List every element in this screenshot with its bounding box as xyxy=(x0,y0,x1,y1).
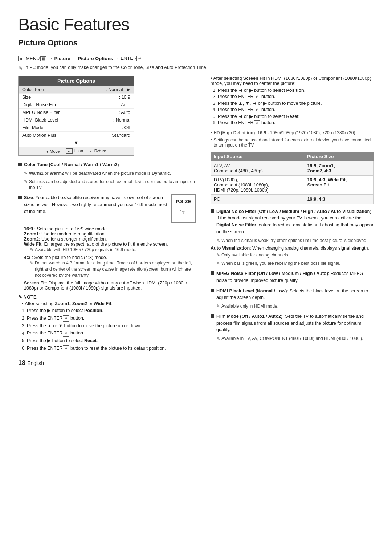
row-value: : Normal xyxy=(113,118,130,123)
mpeg-header: MPEG Noise Filter (Off / Low / Medium / … xyxy=(211,270,374,284)
color-tone-note2: ✎ Settings can be adjusted and stored fo… xyxy=(24,179,196,191)
note-intro: • After selecting Zoom1, Zoom2 or Wide F… xyxy=(22,301,196,306)
section-title: Picture Options xyxy=(18,38,374,50)
table-footer: ⬥ Move ↵ Enter ↩ Return xyxy=(19,147,134,155)
menu-picture: Picture xyxy=(54,56,70,61)
footer-enter: ↵ Enter xyxy=(66,148,83,154)
row-value: : Standard xyxy=(109,133,130,138)
menu-arrow2: → xyxy=(72,56,77,61)
note-step-6: Press the ENTER↵ button to reset the pic… xyxy=(27,345,196,352)
table-row: MPEG Noise Filter : Auto xyxy=(19,109,134,116)
hd-note: • HD (High Definition): 16:9 - 1080i/108… xyxy=(211,130,374,135)
left-column: Picture Options Color Tone : Normal ▶ Si… xyxy=(18,76,196,367)
size-43-note: ✎ Do not watch in 4:3 format for a long … xyxy=(30,260,196,278)
size-intro: P.SIZE ☜ Size: Your cable box/satellite … xyxy=(24,194,196,224)
film-header: Film Mode (Off / Auto1 / Auto2): Sets th… xyxy=(211,313,374,333)
size-section: P.SIZE ☜ Size: Your cable box/satellite … xyxy=(18,194,196,291)
note-step-1: Press the ▶ button to select Position. xyxy=(27,308,196,314)
table-row: HDMI Black Level : Normal xyxy=(19,116,134,124)
page-title: Basic Features xyxy=(18,15,374,34)
scroll-indicator: ▼ xyxy=(74,140,78,145)
sf-step-2: Press the ENTER↵ button. xyxy=(218,94,374,99)
note-pencil-icon: ✎ xyxy=(216,303,220,309)
digital-noise-section: Digital Noise Filter (Off / Low / Medium… xyxy=(211,208,374,267)
table-row: ATV, AV,Component (480i, 480p) 16:9, Zoo… xyxy=(211,161,374,175)
settings-note: • Settings can be adjusted and stored fo… xyxy=(211,137,374,148)
table-row: Auto Motion Plus : Standard xyxy=(19,132,134,139)
note-pencil-icon: ✎ xyxy=(216,260,220,267)
table-row: DTV(1080i),Component (1080i, 1080p),HDMI… xyxy=(211,175,374,194)
row-label: Auto Motion Plus xyxy=(22,133,57,138)
note-step-3: Press the ▲ or ▼ button to move the pict… xyxy=(27,323,196,329)
footer-move: ⬥ Move xyxy=(46,149,60,153)
row-label: Film Mode xyxy=(22,125,43,130)
table-row: PC 16:9, 4:3 xyxy=(211,194,374,204)
bullet-icon xyxy=(211,209,214,213)
note-block: ✎ NOTE • After selecting Zoom1, Zoom2 or… xyxy=(18,294,196,352)
menu-enter: ENTER↵ xyxy=(121,56,143,61)
row-value: : Off xyxy=(122,125,130,130)
color-tone-header-item: Color Tone (Cool / Normal / Warm1 / Warm… xyxy=(18,161,196,168)
row-value: : Normal ▶ xyxy=(106,87,130,92)
dnf-note1: ✎ When the signal is weak, try other opt… xyxy=(216,238,374,244)
row-value: : Auto xyxy=(119,110,130,115)
size-wide-fit: Wide Fit: Enlarges the aspect ratio of t… xyxy=(24,242,196,247)
row-label: Color Tone xyxy=(22,87,44,92)
row-label: Digital Noise Filter xyxy=(22,102,59,107)
size-header-item: P.SIZE ☜ Size: Your cable box/satellite … xyxy=(18,194,196,224)
source-cell: ATV, AV,Component (480i, 480p) xyxy=(211,161,304,175)
dnf-note2: ✎ Only available for analog channels. xyxy=(216,252,374,258)
sf-step-4: Press the ENTER↵ button. xyxy=(218,107,374,112)
size-43: 4:3 : Sets the picture to basic (4:3) mo… xyxy=(24,255,196,260)
note-pencil-icon: ✎ xyxy=(24,171,28,177)
size-zoom1: Zoom1: Use for moderate magnification. xyxy=(24,231,196,237)
color-tone-note1: ✎ Warm1 or Warm2 will be deactivated whe… xyxy=(24,171,196,177)
sf-step-6: Press the ENTER↵ button. xyxy=(218,120,374,126)
note-steps: Press the ▶ button to select Position. P… xyxy=(18,308,196,352)
table-row: Size : 16:9 xyxy=(19,94,134,101)
menu-options: Picture Options xyxy=(78,56,113,61)
hdmi-note: ✎ Available only in HDMI mode. xyxy=(216,303,374,309)
menu-icon: m MENU ▦ xyxy=(18,56,46,61)
page-number: 18 English xyxy=(18,359,196,367)
psize-hand-icon: ☜ xyxy=(180,205,188,219)
note-pencil-icon: ✎ xyxy=(216,252,220,258)
note-step-2: Press the ENTER↵ button. xyxy=(27,315,196,322)
table-row: Film Mode : Off xyxy=(19,124,134,132)
sf-step-1: Press the ◄ or ▶ button to select Positi… xyxy=(218,87,374,93)
table-col-size: Picture Size xyxy=(304,152,374,161)
table-row-scroll: ▼ xyxy=(19,139,134,147)
size-cell: 16:9, 4:3, Wide Fit,Screen Fit xyxy=(304,175,374,194)
bullet-dot: • xyxy=(211,137,212,143)
note-pencil-icon: ✎ xyxy=(216,336,220,342)
auto-vis: Auto Visualization: When changing analog… xyxy=(211,246,374,251)
hdmi-black-section: HDMI Black Level (Normal / Low): Selects… xyxy=(211,288,374,309)
size-zoom2: Zoom2: Use for a stronger magnification. xyxy=(24,237,196,242)
note-header: ✎ NOTE xyxy=(18,294,196,300)
mpeg-noise-section: MPEG Noise Filter (Off / Low / Medium / … xyxy=(211,270,374,284)
table-row: Color Tone : Normal ▶ xyxy=(19,86,134,94)
screen-fit-steps: Press the ◄ or ▶ button to select Positi… xyxy=(211,87,374,126)
footer-return: ↩ Return xyxy=(90,149,106,153)
note-pencil-icon: ✎ xyxy=(18,65,23,71)
sf-step-3: Press the ▲, ▼, ◄ or ▶ button to move th… xyxy=(218,100,374,106)
hdmi-header: HDMI Black Level (Normal / Low): Selects… xyxy=(211,288,374,301)
bullet-dot: • xyxy=(211,130,212,135)
sf-step-5: Press the ◄ or ▶ button to select Reset. xyxy=(218,114,374,119)
bullet-icon xyxy=(211,271,214,275)
note-pencil-icon: ✎ xyxy=(30,247,33,253)
table-row: Digital Noise Filter : Auto xyxy=(19,101,134,109)
size-cell: 16:9, Zoom1,Zoom2, 4:3 xyxy=(304,161,374,175)
dnf-header: Digital Noise Filter (Off / Low / Medium… xyxy=(211,208,374,235)
note-list: • After selecting Zoom1, Zoom2 or Wide F… xyxy=(18,301,196,306)
note-pencil-icon: ✎ xyxy=(216,238,220,244)
menu-arrow3: → xyxy=(114,56,119,61)
size-16-9: 16:9 : Sets the picture to 16:9 wide mod… xyxy=(24,226,196,231)
size-hd-note: ✎ Available with HD 1080i / 720p signals… xyxy=(30,247,196,253)
psize-label: P.SIZE xyxy=(176,198,191,205)
dnf-note3: ✎ When bar is green, you are receiving t… xyxy=(216,260,374,267)
screen-fit-intro: • After selecting Screen Fit in HDMI (10… xyxy=(211,76,374,86)
bullet-icon xyxy=(211,289,214,292)
size-cell: 16:9, 4:3 xyxy=(304,194,374,204)
note-pencil-icon: ✎ xyxy=(24,179,28,185)
